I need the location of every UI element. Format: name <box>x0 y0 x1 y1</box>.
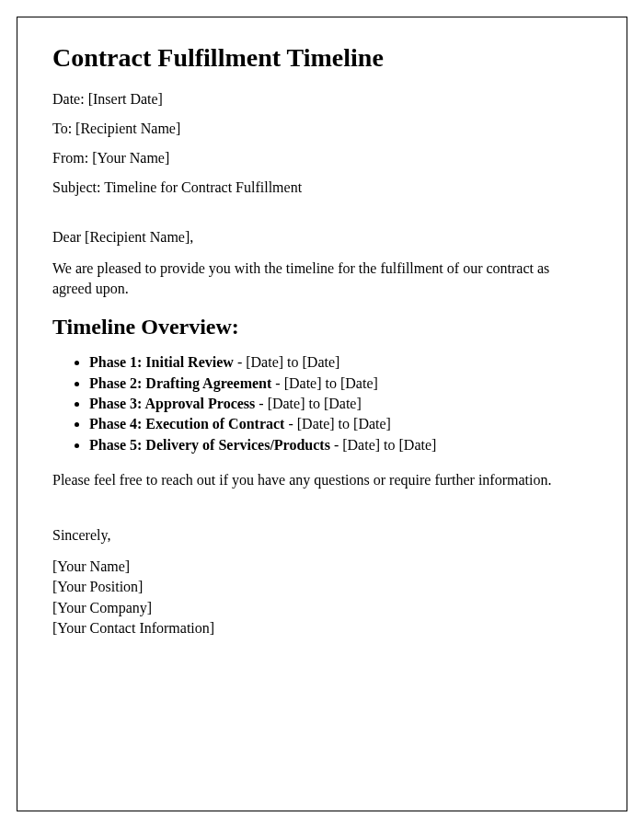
signature-block: [Your Name] [Your Position] [Your Compan… <box>52 557 592 639</box>
timeline-list: Phase 1: Initial Review - [Date] to [Dat… <box>89 352 592 455</box>
date-line: Date: [Insert Date] <box>52 91 592 108</box>
date-label: Date: <box>52 91 88 107</box>
date-value: [Insert Date] <box>88 91 163 107</box>
spacer <box>52 507 592 527</box>
signature-name: [Your Name] <box>52 557 592 577</box>
to-line: To: [Recipient Name] <box>52 121 592 137</box>
subject-label: Subject: <box>52 179 104 195</box>
list-item: Phase 3: Approval Process - [Date] to [D… <box>89 394 592 414</box>
from-value: [Your Name] <box>92 150 169 166</box>
timeline-heading: Timeline Overview: <box>52 315 592 339</box>
signature-company: [Your Company] <box>52 598 592 618</box>
signature-contact: [Your Contact Information] <box>52 618 592 638</box>
from-line: From: [Your Name] <box>52 150 592 167</box>
subject-line: Subject: Timeline for Contract Fulfillme… <box>52 179 592 196</box>
list-item: Phase 4: Execution of Contract - [Date] … <box>89 414 592 434</box>
salutation-suffix: , <box>190 229 193 245</box>
signature-position: [Your Position] <box>52 577 592 597</box>
outro-paragraph: Please feel free to reach out if you hav… <box>52 470 592 490</box>
spacer <box>52 209 592 229</box>
closing: Sincerely, <box>52 527 592 544</box>
phase-range: - [Date] to [Date] <box>271 375 378 391</box>
phase-range: - [Date] to [Date] <box>284 416 391 431</box>
intro-paragraph: We are pleased to provide you with the t… <box>52 259 592 298</box>
phase-title: Phase 2: Drafting Agreement <box>89 375 271 391</box>
page-title: Contract Fulfillment Timeline <box>52 43 592 73</box>
list-item: Phase 2: Drafting Agreement - [Date] to … <box>89 374 592 394</box>
from-label: From: <box>52 150 92 166</box>
list-item: Phase 1: Initial Review - [Date] to [Dat… <box>89 352 592 373</box>
phase-range: - [Date] to [Date] <box>330 437 437 453</box>
list-item: Phase 5: Delivery of Services/Products -… <box>89 435 592 455</box>
phase-range: - [Date] to [Date] <box>255 396 362 411</box>
to-value: [Recipient Name] <box>75 121 180 136</box>
phase-range: - [Date] to [Date] <box>234 354 340 370</box>
phase-title: Phase 1: Initial Review <box>89 354 234 370</box>
subject-value: Timeline for Contract Fulfillment <box>104 179 302 195</box>
phase-title: Phase 4: Execution of Contract <box>89 416 284 431</box>
salutation-name: [Recipient Name] <box>85 229 190 245</box>
document-page: Contract Fulfillment Timeline Date: [Ins… <box>17 17 627 811</box>
phase-title: Phase 5: Delivery of Services/Products <box>89 437 330 453</box>
salutation: Dear [Recipient Name], <box>52 229 592 246</box>
salutation-prefix: Dear <box>52 229 85 245</box>
to-label: To: <box>52 121 75 136</box>
phase-title: Phase 3: Approval Process <box>89 396 255 411</box>
